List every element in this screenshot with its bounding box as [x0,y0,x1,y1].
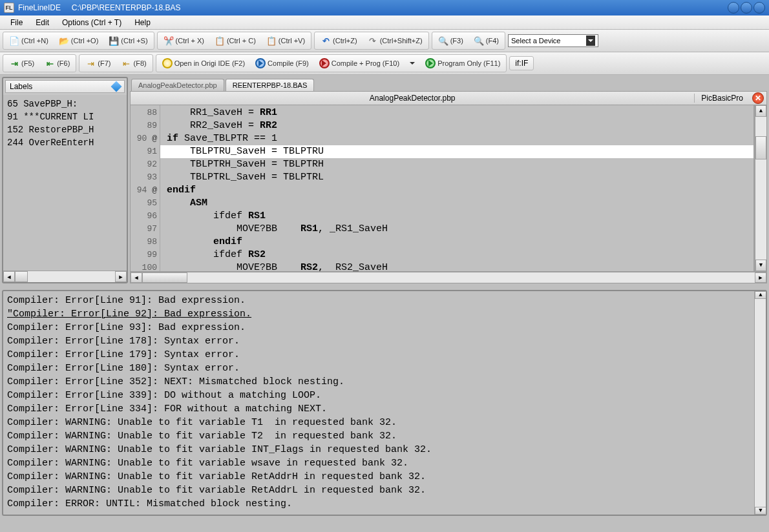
code-line[interactable]: endif [160,236,753,249]
tab-reenter[interactable]: REENTERPBP-18.BAS [226,79,315,91]
open-label: (Ctrl +O) [71,37,98,45]
save-label: (Ctrl +S) [121,37,147,45]
bookmark-f6-button[interactable]: (F6) [40,56,74,70]
scroll-track[interactable] [142,272,755,283]
line-number: 89 [131,119,157,132]
redo-button[interactable]: (Ctrl+Shift+Z) [363,34,427,48]
editor-hscroll[interactable]: ◄ ► [130,272,767,283]
scroll-thumb[interactable] [755,136,766,159]
label-item[interactable]: 65 SavePBP_H: [7,97,123,110]
compile-button[interactable]: Compile (F9) [251,56,313,70]
scroll-down-icon[interactable]: ▼ [755,260,766,271]
menu-edit[interactable]: Edit [29,17,56,28]
bookmark-f8-button[interactable]: (F8) [117,56,151,70]
output-panel[interactable]: Compiler: Error[Line 91]: Bad expression… [2,290,767,516]
label-item[interactable]: 91 ***CURRENT LI [7,110,123,123]
save-disk-icon [109,36,119,46]
compile-prog-label: Compile + Prog (F10) [332,59,399,67]
find-next-button[interactable]: (F4) [469,34,503,48]
scroll-track[interactable] [755,117,766,260]
line-number: 91 [131,145,157,158]
bookmark-left-icon [45,58,55,68]
output-body: Compiler: Error[Line 91]: Bad expression… [7,294,762,511]
code-line[interactable]: endif [160,184,753,197]
code-area[interactable]: 888990 @91929394 @9596979899100 RR1_Save… [130,105,767,272]
bookmark-f7-button[interactable]: (F7) [81,56,115,70]
line-number: 92 [131,158,157,171]
redo-icon [368,36,378,46]
scroll-left-icon[interactable]: ◄ [3,271,15,282]
scroll-left-icon[interactable]: ◄ [131,272,142,283]
find-button[interactable]: (F3) [434,34,468,48]
menu-file[interactable]: File [4,17,29,28]
open-ide-button[interactable]: Open in Origi IDE (F2) [158,56,249,70]
menu-help[interactable]: Help [128,17,157,28]
maximize-button[interactable] [741,2,752,14]
undo-button[interactable]: (Ctrl+Z) [316,34,362,48]
line-number: 100 [131,261,157,272]
tab-analog[interactable]: AnalogPeakDetector.pbp [131,79,224,91]
line-number: 98 [131,236,157,249]
code-line[interactable]: ifdef RS2 [160,249,753,261]
line-number: 90 @ [131,132,157,145]
output-line: Compiler: WARNING: Unable to fit variabl… [7,416,762,429]
labels-hscroll[interactable]: ◄ ► [3,271,127,282]
code-line[interactable]: ifdef RS1 [160,210,753,223]
editor-vscroll[interactable]: ▲ ▼ [755,105,766,271]
paste-label: (Ctrl +V) [279,37,305,45]
line-gutter: 888990 @91929394 @9596979899100 [131,105,160,271]
save-button[interactable]: (Ctrl +S) [104,34,152,48]
redo-label: (Ctrl+Shift+Z) [380,37,423,45]
scroll-down-icon[interactable]: ▼ [755,507,766,515]
scroll-track[interactable] [755,299,766,507]
bookmark-f5-button[interactable]: (F5) [5,56,39,70]
find-label: (F3) [450,37,463,45]
code-line[interactable]: MOVE?BB RS1, _RS1_SaveH [160,223,753,236]
code-line[interactable]: TBLPTRU_SaveH = TBLPTRU [160,145,753,158]
scroll-up-icon[interactable]: ▲ [755,291,766,299]
compile-prog-button[interactable]: Compile + Prog (F10) [315,56,404,70]
output-line: Compiler: WARNING: Unable to fit variabl… [7,456,762,470]
device-select[interactable]: Select a Device [508,34,598,47]
scroll-thumb[interactable] [15,271,28,282]
chevron-down-icon [586,36,595,46]
output-line: Compiler: WARNING: Unable to fit variabl… [7,443,762,456]
code-line[interactable]: if Save_TBLPTR == 1 [160,132,753,145]
copy-button[interactable]: (Ctrl + C) [210,34,260,48]
minimize-button[interactable] [728,2,739,14]
close-tab-button[interactable]: ✕ [752,92,764,104]
scroll-up-icon[interactable]: ▲ [755,105,766,117]
menu-options[interactable]: Options (Ctrl + T) [56,17,128,28]
output-line: Compiler: Error[Line 179]: Syntax error. [7,348,762,362]
new-button[interactable]: (Ctrl +N) [5,34,53,48]
labels-list[interactable]: 65 SavePBP_H: 91 ***CURRENT LI 152 Resto… [3,95,127,271]
code-body[interactable]: RR1_SaveH = RR1 RR2_SaveH = RR2if Save_T… [160,105,753,271]
scroll-right-icon[interactable]: ► [755,272,766,283]
line-number: 94 @ [131,184,157,197]
play-green-icon [425,58,436,68]
code-line[interactable]: TBLPTRH_SaveH = TBLPTRH [160,158,753,171]
paste-icon [266,36,277,46]
output-vscroll[interactable]: ▲ ▼ [754,291,766,515]
code-line[interactable]: RR2_SaveH = RR2 [160,119,753,132]
output-line: Compiler: Error[Line 178]: Syntax error. [7,334,762,348]
code-line[interactable]: RR1_SaveH = RR1 [160,107,753,119]
label-item[interactable]: 244 OverReEnterH [7,136,123,149]
scroll-thumb[interactable] [142,272,187,283]
output-line: Compiler: Error[Line 334]: FOR without a… [7,402,762,416]
code-line[interactable]: MOVE?BB RS2, RS2_SaveH [160,261,753,272]
cut-button[interactable]: (Ctrl + X) [159,34,209,48]
open-folder-icon [59,36,69,46]
code-line[interactable]: ASM [160,197,753,210]
compile-prog-menu-button[interactable] [405,60,419,66]
labels-header[interactable]: Labels [5,80,125,93]
scroll-right-icon[interactable]: ► [115,271,127,282]
file-path: C:\PBP\REENTERPBP-18.BAS [72,3,181,12]
code-line[interactable]: TBLPTRL_SaveH = TBLPTRL [160,171,753,184]
open-button[interactable]: (Ctrl +O) [54,34,103,48]
paste-button[interactable]: (Ctrl +V) [262,34,310,48]
scroll-track[interactable] [15,271,115,282]
label-item[interactable]: 152 RestorePBP_H [7,123,123,136]
program-only-button[interactable]: Program Only (F11) [421,56,505,70]
close-window-button[interactable] [753,2,765,14]
